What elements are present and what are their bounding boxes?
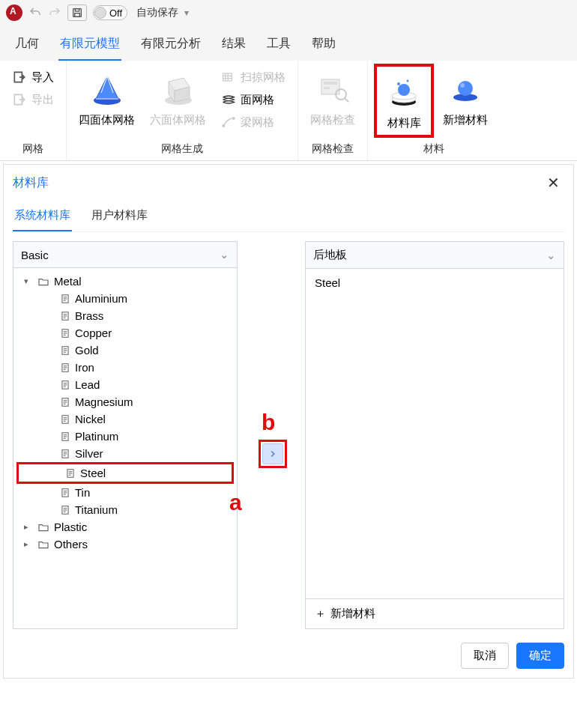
tree-item-tin[interactable]: Tin — [16, 484, 234, 501]
sweep-mesh-button[interactable]: 扫掠网格 — [218, 68, 288, 86]
save-button[interactable] — [67, 4, 87, 21]
tree-item-gold[interactable]: Gold — [16, 342, 234, 359]
tab-user-materials[interactable]: 用户材料库 — [90, 204, 149, 231]
import-label: 导入 — [31, 70, 54, 85]
tree-item-label: Steel — [80, 467, 106, 479]
folder-icon — [37, 539, 49, 550]
svg-point-17 — [407, 80, 409, 82]
tree-item-label: Tin — [75, 486, 90, 499]
undo-icon[interactable] — [28, 6, 42, 19]
svg-point-20 — [460, 83, 465, 88]
tree-item-label: Aluminium — [75, 292, 127, 305]
dialog-header: 材料库 ✕ — [13, 174, 564, 204]
material-library-dialog: 材料库 ✕ 系统材料库 用户材料库 Basic ⌄ ▾ Metal Alumin… — [3, 164, 574, 679]
sweep-mesh-icon — [221, 70, 236, 85]
redo-icon[interactable] — [48, 6, 61, 19]
annotation-a: a — [229, 490, 242, 515]
expand-icon[interactable]: ▸ — [24, 539, 33, 549]
material-lib-icon — [383, 71, 425, 113]
tree-item-label: Titanium — [75, 503, 118, 516]
beam-mesh-button[interactable]: 梁网格 — [218, 113, 288, 131]
add-material-row[interactable]: ＋ 新增材料 — [306, 598, 564, 628]
tree-item-nickel[interactable]: Nickel — [16, 410, 234, 428]
file-icon — [60, 414, 70, 425]
mesh-check-button[interactable]: 网格检查 — [304, 64, 361, 132]
confirm-button[interactable]: 确定 — [516, 643, 564, 669]
ribbon-section-meshgen: 四面体网格 六面体网格 扫掠网格 面网格 梁网格 — [67, 61, 298, 160]
surface-mesh-button[interactable]: 面网格 — [218, 91, 288, 109]
assigned-material-item[interactable]: Steel — [315, 276, 555, 289]
tree-folder-others[interactable]: ▸ Others — [16, 536, 234, 553]
tetra-mesh-icon — [86, 68, 128, 110]
tree-folder-metal[interactable]: ▾ Metal — [16, 273, 234, 290]
dialog-title: 材料库 — [13, 175, 49, 191]
tree-item-titanium[interactable]: Titanium — [16, 501, 234, 518]
tetra-mesh-button[interactable]: 四面体网格 — [73, 64, 141, 132]
file-icon — [65, 468, 76, 479]
menu-tools[interactable]: 工具 — [265, 33, 292, 61]
surface-mesh-icon — [221, 92, 236, 107]
ribbon-section-material: 材料库 新增材料 材料 — [368, 61, 500, 160]
assign-material-button[interactable] — [262, 443, 283, 464]
svg-rect-2 — [75, 13, 80, 17]
tab-system-materials[interactable]: 系统材料库 — [13, 204, 72, 231]
material-tree-panel: Basic ⌄ ▾ Metal Aluminium Brass Copper G… — [13, 241, 238, 629]
target-select[interactable]: 后地板 ⌄ — [306, 242, 564, 269]
autosave-toggle[interactable]: Off — [93, 5, 127, 20]
ribbon-section-mesh: 导入 导出 网格 — [0, 61, 67, 160]
svg-point-7 — [232, 118, 235, 120]
menu-bar: 几何 有限元模型 有限元分析 结果 工具 帮助 — [0, 25, 577, 61]
tree-item-magnesium[interactable]: Magnesium — [16, 393, 234, 410]
tree-folder-plastic[interactable]: ▸ Plastic — [16, 518, 234, 536]
add-material-label: 新增材料 — [330, 607, 375, 621]
file-icon — [60, 397, 70, 407]
tree-item-label: Magnesium — [75, 395, 133, 408]
tree-item-copper[interactable]: Copper — [16, 324, 234, 342]
hexa-mesh-icon — [157, 68, 199, 110]
tree-item-label: Copper — [75, 327, 112, 339]
collapse-icon[interactable]: ▾ — [24, 276, 33, 286]
folder-icon — [37, 521, 49, 533]
tree-item-label: Brass — [75, 309, 103, 322]
svg-rect-5 — [223, 73, 232, 81]
mesh-check-icon — [312, 68, 354, 110]
annotation-b: b — [262, 410, 275, 435]
toggle-knob — [94, 7, 106, 19]
dialog-body: Basic ⌄ ▾ Metal Aluminium Brass Copper G… — [13, 241, 564, 629]
menu-help[interactable]: 帮助 — [310, 33, 337, 61]
material-lib-button[interactable]: 材料库 — [374, 64, 434, 138]
expand-icon[interactable]: ▸ — [24, 522, 33, 532]
menu-results[interactable]: 结果 — [220, 33, 247, 61]
cancel-button[interactable]: 取消 — [461, 643, 509, 669]
export-icon — [12, 92, 27, 107]
menu-fem-analysis[interactable]: 有限元分析 — [139, 33, 202, 61]
menu-geometry[interactable]: 几何 — [13, 33, 40, 61]
category-select[interactable]: Basic ⌄ — [13, 242, 237, 268]
menu-fem-model[interactable]: 有限元模型 — [58, 33, 121, 61]
surface-mesh-label: 面网格 — [241, 93, 274, 107]
add-material-label: 新增材料 — [443, 113, 488, 127]
add-material-button[interactable]: 新增材料 — [437, 64, 494, 132]
tree-item-brass[interactable]: Brass — [16, 307, 234, 324]
target-select-value: 后地板 — [313, 248, 347, 262]
dialog-close-icon[interactable]: ✕ — [543, 174, 564, 192]
tree-label: Metal — [54, 275, 82, 288]
tree-item-aluminium[interactable]: Aluminium — [16, 290, 234, 307]
tree-item-iron[interactable]: Iron — [16, 359, 234, 376]
file-icon — [60, 431, 70, 442]
autosave-dropdown-icon[interactable]: ▾ — [184, 7, 189, 18]
export-button[interactable]: 导出 — [9, 91, 57, 109]
tree-item-lead[interactable]: Lead — [16, 376, 234, 393]
toggle-state-label: Off — [109, 7, 122, 19]
tree-item-silver[interactable]: Silver — [16, 445, 234, 462]
tree-item-platinum[interactable]: Platinum — [16, 428, 234, 445]
ribbon: 导入 导出 网格 四面体网格 六面体网格 扫掠 — [0, 61, 577, 161]
file-icon — [60, 345, 70, 356]
tree-item-label: Lead — [75, 378, 100, 391]
target-panel: 后地板 ⌄ Steel ＋ 新增材料 — [305, 241, 564, 629]
tree-item-steel[interactable]: Steel — [16, 462, 234, 484]
beam-mesh-icon — [221, 115, 236, 130]
hexa-mesh-button[interactable]: 六面体网格 — [144, 64, 212, 132]
import-icon — [12, 70, 27, 85]
import-button[interactable]: 导入 — [9, 68, 57, 86]
